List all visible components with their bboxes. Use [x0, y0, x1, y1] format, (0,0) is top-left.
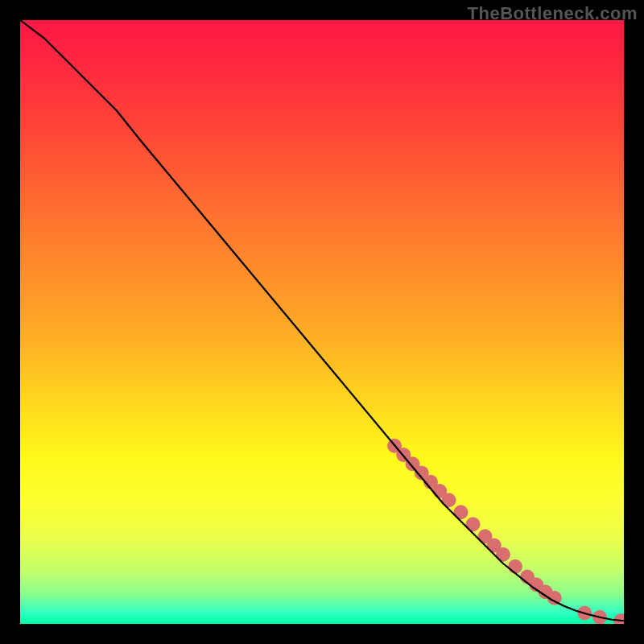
chart-svg: [20, 20, 624, 624]
data-point: [508, 559, 522, 574]
plot-background: [20, 20, 624, 624]
chart-frame: TheBottleneck.com: [0, 0, 644, 644]
